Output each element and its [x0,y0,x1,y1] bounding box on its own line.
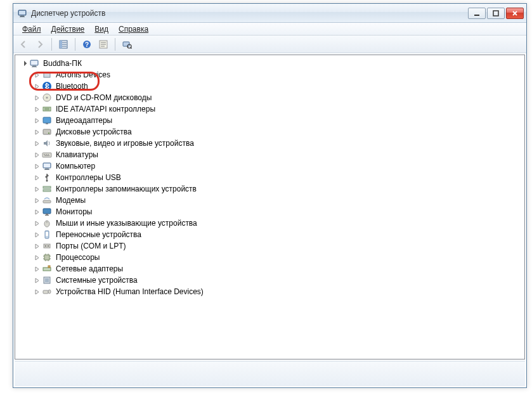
expand-arrow-icon[interactable] [33,139,41,147]
tree-node[interactable]: Контроллеры запоминающих устройств [33,183,524,195]
node-label[interactable]: Дисковые устройства [55,127,133,136]
tree-node[interactable]: Порты (COM и LPT) [33,240,524,252]
svg-rect-68 [48,266,50,268]
expand-arrow-icon[interactable] [33,185,41,193]
keyboard-icon [42,150,52,160]
tree-node[interactable]: Дисковые устройства [33,126,524,138]
tree-root-node[interactable]: Buddha-ПК [20,58,524,69]
node-label[interactable]: Компьютер [55,162,96,171]
menu-view[interactable]: Вид [89,23,114,35]
expand-arrow-icon[interactable] [33,117,41,124]
node-label[interactable]: Процессоры [55,253,101,262]
tree-node[interactable]: Звуковые, видео и игровые устройства [33,138,524,149]
bluetooth-icon [42,81,52,91]
svg-rect-38 [48,154,49,155]
expand-arrow-icon[interactable] [33,231,41,238]
expand-arrow-icon[interactable] [33,162,41,170]
node-label[interactable]: Модемы [55,196,87,205]
tree-node[interactable]: Переносные устройства [33,229,524,240]
svg-rect-39 [44,155,49,156]
node-label[interactable]: Мыши и иные указывающие устройства [55,219,198,228]
toolbar-separator [51,38,52,51]
svg-rect-21 [31,61,37,65]
expand-arrow-icon[interactable] [33,94,41,101]
port-icon [42,241,52,251]
tree-node[interactable]: Acronis Devices [33,69,524,81]
tree-node[interactable]: DVD и CD-ROM дисководы [33,92,524,103]
svg-point-34 [48,133,49,134]
node-label[interactable]: Сетевые адаптеры [55,264,124,273]
expand-arrow-icon[interactable] [33,82,41,90]
tree-node[interactable]: Компьютер [33,160,524,172]
node-label[interactable]: Видеоадаптеры [55,116,114,125]
hid-icon [42,287,52,297]
svg-rect-22 [32,65,36,67]
help-button[interactable]: ? [79,37,94,51]
tree-node[interactable]: Процессоры [33,252,524,263]
node-label[interactable]: Звуковые, видео и игровые устройства [55,139,195,148]
node-label[interactable]: DVD и CD-ROM дисководы [55,93,153,102]
maximize-button[interactable] [487,8,505,19]
menu-file[interactable]: Файл [17,23,46,35]
menubar: Файл Действие Вид Справка [13,23,526,36]
node-label[interactable]: Acronis Devices [55,70,112,79]
tree-node[interactable]: Мыши и иные указывающие устройства [33,217,524,229]
node-label[interactable]: Клавиатуры [55,150,100,159]
properties-button[interactable] [96,37,111,51]
expand-arrow-icon[interactable] [33,254,41,261]
show-hide-tree-button[interactable] [56,37,71,51]
tree-node[interactable]: Модемы [33,195,524,206]
expand-arrow-icon[interactable] [33,71,41,79]
node-label[interactable]: Системные устройства [55,276,139,285]
node-label[interactable]: Контроллеры USB [55,173,122,182]
expand-arrow-icon[interactable] [33,242,41,250]
svg-rect-3 [20,16,25,17]
svg-rect-47 [43,200,51,203]
toolbar: ? [13,36,526,53]
expand-arrow-icon[interactable] [33,197,41,204]
menu-help[interactable]: Справка [114,23,153,35]
node-label[interactable]: Переносные устройства [55,230,143,239]
scan-hardware-button[interactable] [119,37,134,51]
node-label[interactable]: Мониторы [55,207,93,216]
mouse-icon [42,218,52,228]
tree-node[interactable]: Системные устройства [33,275,524,286]
sound-icon [42,138,52,148]
expand-arrow-icon[interactable] [33,174,41,181]
portable-device-icon [42,230,52,240]
node-label[interactable]: Устройства HID (Human Interface Devices) [55,287,205,296]
tree-node[interactable]: Устройства HID (Human Interface Devices) [33,286,524,297]
tree-content[interactable]: Buddha-ПК Acronis Devices Bluetooth DVD … [15,55,525,359]
tree-node[interactable]: IDE ATA/ATAPI контроллеры [33,103,524,115]
expand-arrow-icon[interactable] [20,60,28,67]
expand-arrow-icon[interactable] [33,288,41,295]
tree-node[interactable]: Сетевые адаптеры [33,263,524,275]
expand-arrow-icon[interactable] [33,128,41,136]
tree-node[interactable]: Видеоадаптеры [33,115,524,126]
node-label[interactable]: IDE ATA/ATAPI контроллеры [55,105,157,113]
expand-arrow-icon[interactable] [33,276,41,284]
expand-arrow-icon[interactable] [33,265,41,273]
svg-rect-46 [43,190,51,191]
node-label[interactable]: Buddha-ПК [42,59,83,68]
titlebar[interactable]: Диспетчер устройств [13,4,526,23]
svg-rect-1 [19,11,25,15]
node-label[interactable]: Bluetooth [55,82,89,91]
close-button[interactable] [506,8,524,19]
expand-arrow-icon[interactable] [33,208,41,216]
tree-node[interactable]: Мониторы [33,206,524,217]
svg-rect-7 [60,41,62,48]
tree-node[interactable]: Клавиатуры [33,149,524,160]
minimize-button[interactable] [468,8,486,19]
tree-node[interactable]: Bluetooth [33,81,524,92]
tree-node[interactable]: Контроллеры USB [33,172,524,183]
menu-action[interactable]: Действие [46,23,90,35]
svg-rect-55 [44,244,50,248]
node-label[interactable]: Порты (COM и LPT) [55,242,127,250]
toolbar-separator [115,38,115,51]
node-label[interactable]: Контроллеры запоминающих устройств [55,185,198,193]
expand-arrow-icon[interactable] [33,219,41,227]
expand-arrow-icon[interactable] [33,151,41,159]
expand-arrow-icon[interactable] [33,105,41,113]
svg-point-44 [46,180,48,182]
